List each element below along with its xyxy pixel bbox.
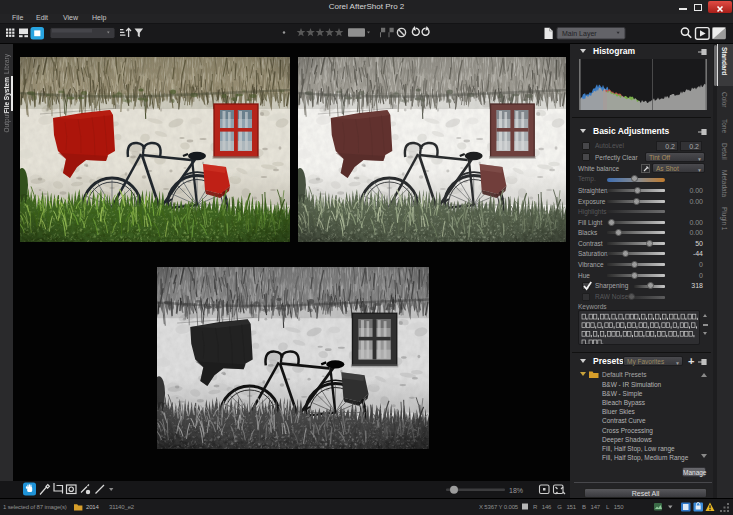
svg-text:18%: 18% [509, 487, 523, 494]
svg-text:Main Layer: Main Layer [562, 30, 597, 38]
